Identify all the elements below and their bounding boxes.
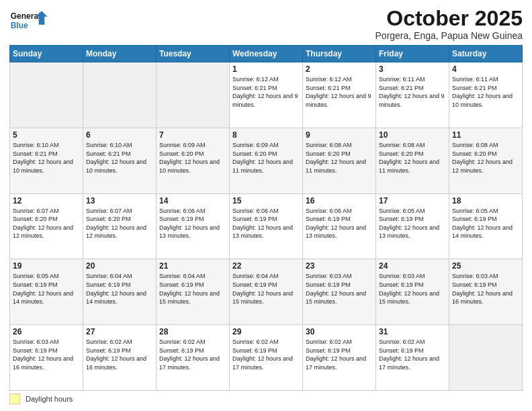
daylight-label: Daylight hours <box>26 395 73 403</box>
header-tuesday: Tuesday <box>157 46 230 62</box>
day-number: 17 <box>379 196 446 205</box>
day-number: 27 <box>86 327 153 336</box>
day-number: 25 <box>452 261 519 271</box>
week-row-4: 19Sunrise: 6:05 AM Sunset: 6:19 PM Dayli… <box>10 259 523 325</box>
calendar: SundayMondayTuesdayWednesdayThursdayFrid… <box>9 45 523 391</box>
day-info: Sunrise: 6:10 AM Sunset: 6:21 PM Dayligh… <box>86 141 153 175</box>
cell-week2-day0: 5Sunrise: 6:10 AM Sunset: 6:21 PM Daylig… <box>10 128 83 193</box>
cell-week3-day3: 15Sunrise: 6:06 AM Sunset: 6:19 PM Dayli… <box>230 193 303 259</box>
day-number: 14 <box>159 196 226 205</box>
day-info: Sunrise: 6:12 AM Sunset: 6:21 PM Dayligh… <box>306 75 373 109</box>
day-number: 18 <box>452 196 519 205</box>
day-info: Sunrise: 6:09 AM Sunset: 6:20 PM Dayligh… <box>159 141 226 175</box>
cell-week1-day4: 2Sunrise: 6:12 AM Sunset: 6:21 PM Daylig… <box>303 62 376 128</box>
daylight-box-icon <box>9 394 20 404</box>
cell-week1-day3: 1Sunrise: 6:12 AM Sunset: 6:21 PM Daylig… <box>230 62 303 128</box>
cell-week5-day6 <box>449 325 523 391</box>
week-row-5: 26Sunrise: 6:03 AM Sunset: 6:19 PM Dayli… <box>10 325 523 391</box>
day-info: Sunrise: 6:06 AM Sunset: 6:19 PM Dayligh… <box>232 207 300 240</box>
day-info: Sunrise: 6:08 AM Sunset: 6:20 PM Dayligh… <box>452 141 519 175</box>
day-number: 1 <box>232 64 300 74</box>
day-number: 29 <box>232 327 300 336</box>
day-info: Sunrise: 6:09 AM Sunset: 6:20 PM Dayligh… <box>232 141 300 175</box>
svg-text:Blue: Blue <box>11 21 28 30</box>
cell-week1-day6: 4Sunrise: 6:11 AM Sunset: 6:21 PM Daylig… <box>449 62 523 128</box>
subtitle: Porgera, Enga, Papua New Guinea <box>375 30 523 41</box>
cell-week3-day2: 14Sunrise: 6:06 AM Sunset: 6:19 PM Dayli… <box>157 193 230 259</box>
day-info: Sunrise: 6:02 AM Sunset: 6:19 PM Dayligh… <box>159 338 226 371</box>
day-number: 24 <box>379 261 446 271</box>
day-info: Sunrise: 6:04 AM Sunset: 6:19 PM Dayligh… <box>232 272 300 306</box>
day-number: 15 <box>232 196 300 205</box>
cell-week2-day4: 9Sunrise: 6:08 AM Sunset: 6:20 PM Daylig… <box>303 128 376 193</box>
cell-week2-day2: 7Sunrise: 6:09 AM Sunset: 6:20 PM Daylig… <box>157 128 230 193</box>
calendar-header-row: SundayMondayTuesdayWednesdayThursdayFrid… <box>10 46 523 62</box>
day-info: Sunrise: 6:03 AM Sunset: 6:19 PM Dayligh… <box>13 338 80 371</box>
day-info: Sunrise: 6:03 AM Sunset: 6:19 PM Dayligh… <box>306 272 373 306</box>
day-number: 16 <box>306 196 373 205</box>
day-info: Sunrise: 6:02 AM Sunset: 6:19 PM Dayligh… <box>232 338 300 371</box>
page: General Blue October 2025 Porgera, Enga,… <box>0 0 532 411</box>
day-info: Sunrise: 6:02 AM Sunset: 6:19 PM Dayligh… <box>379 338 446 371</box>
svg-text:General: General <box>11 11 41 21</box>
day-number: 28 <box>159 327 226 336</box>
cell-week5-day5: 31Sunrise: 6:02 AM Sunset: 6:19 PM Dayli… <box>376 325 449 391</box>
day-number: 21 <box>159 261 226 271</box>
day-number: 12 <box>13 196 80 205</box>
cell-week5-day3: 29Sunrise: 6:02 AM Sunset: 6:19 PM Dayli… <box>230 325 303 391</box>
header: General Blue October 2025 Porgera, Enga,… <box>9 7 523 41</box>
week-row-1: 1Sunrise: 6:12 AM Sunset: 6:21 PM Daylig… <box>10 62 523 128</box>
header-saturday: Saturday <box>449 46 523 62</box>
day-number: 2 <box>306 64 373 74</box>
cell-week1-day2 <box>157 62 230 128</box>
cell-week5-day4: 30Sunrise: 6:02 AM Sunset: 6:19 PM Dayli… <box>303 325 376 391</box>
day-number: 20 <box>86 261 153 271</box>
cell-week3-day4: 16Sunrise: 6:06 AM Sunset: 6:19 PM Dayli… <box>303 193 376 259</box>
day-number: 4 <box>452 64 519 74</box>
day-info: Sunrise: 6:11 AM Sunset: 6:21 PM Dayligh… <box>452 75 519 109</box>
cell-week4-day6: 25Sunrise: 6:03 AM Sunset: 6:19 PM Dayli… <box>449 259 523 325</box>
day-info: Sunrise: 6:12 AM Sunset: 6:21 PM Dayligh… <box>232 75 300 109</box>
cell-week2-day3: 8Sunrise: 6:09 AM Sunset: 6:20 PM Daylig… <box>230 128 303 193</box>
day-info: Sunrise: 6:07 AM Sunset: 6:20 PM Dayligh… <box>13 207 80 240</box>
day-number: 8 <box>232 130 300 140</box>
week-row-3: 12Sunrise: 6:07 AM Sunset: 6:20 PM Dayli… <box>10 193 523 259</box>
day-number: 10 <box>379 130 446 140</box>
day-info: Sunrise: 6:06 AM Sunset: 6:19 PM Dayligh… <box>159 207 226 240</box>
day-number: 7 <box>159 130 226 140</box>
day-number: 22 <box>232 261 300 271</box>
month-title: October 2025 <box>375 7 523 30</box>
cell-week4-day3: 22Sunrise: 6:04 AM Sunset: 6:19 PM Dayli… <box>230 259 303 325</box>
header-thursday: Thursday <box>303 46 376 62</box>
day-info: Sunrise: 6:05 AM Sunset: 6:19 PM Dayligh… <box>452 207 519 240</box>
day-number: 30 <box>306 327 373 336</box>
cell-week3-day6: 18Sunrise: 6:05 AM Sunset: 6:19 PM Dayli… <box>449 193 523 259</box>
day-number: 19 <box>13 261 80 271</box>
day-info: Sunrise: 6:08 AM Sunset: 6:20 PM Dayligh… <box>379 141 446 175</box>
week-row-2: 5Sunrise: 6:10 AM Sunset: 6:21 PM Daylig… <box>10 128 523 193</box>
cell-week2-day6: 11Sunrise: 6:08 AM Sunset: 6:20 PM Dayli… <box>449 128 523 193</box>
header-monday: Monday <box>83 46 157 62</box>
day-number: 26 <box>13 327 80 336</box>
day-info: Sunrise: 6:02 AM Sunset: 6:19 PM Dayligh… <box>306 338 373 371</box>
cell-week3-day5: 17Sunrise: 6:05 AM Sunset: 6:19 PM Dayli… <box>376 193 449 259</box>
day-number: 13 <box>86 196 153 205</box>
day-info: Sunrise: 6:03 AM Sunset: 6:19 PM Dayligh… <box>452 272 519 306</box>
day-info: Sunrise: 6:10 AM Sunset: 6:21 PM Dayligh… <box>13 141 80 175</box>
day-number: 9 <box>306 130 373 140</box>
footer-note: Daylight hours <box>9 394 523 404</box>
day-info: Sunrise: 6:04 AM Sunset: 6:19 PM Dayligh… <box>86 272 153 306</box>
cell-week4-day4: 23Sunrise: 6:03 AM Sunset: 6:19 PM Dayli… <box>303 259 376 325</box>
cell-week4-day2: 21Sunrise: 6:04 AM Sunset: 6:19 PM Dayli… <box>157 259 230 325</box>
cell-week4-day0: 19Sunrise: 6:05 AM Sunset: 6:19 PM Dayli… <box>10 259 83 325</box>
header-friday: Friday <box>376 46 449 62</box>
day-info: Sunrise: 6:08 AM Sunset: 6:20 PM Dayligh… <box>306 141 373 175</box>
day-number: 5 <box>13 130 80 140</box>
cell-week5-day0: 26Sunrise: 6:03 AM Sunset: 6:19 PM Dayli… <box>10 325 83 391</box>
cell-week4-day1: 20Sunrise: 6:04 AM Sunset: 6:19 PM Dayli… <box>83 259 157 325</box>
cell-week1-day0 <box>10 62 83 128</box>
title-block: October 2025 Porgera, Enga, Papua New Gu… <box>375 7 523 41</box>
cell-week1-day1 <box>83 62 157 128</box>
day-info: Sunrise: 6:02 AM Sunset: 6:19 PM Dayligh… <box>86 338 153 371</box>
cell-week2-day1: 6Sunrise: 6:10 AM Sunset: 6:21 PM Daylig… <box>83 128 157 193</box>
